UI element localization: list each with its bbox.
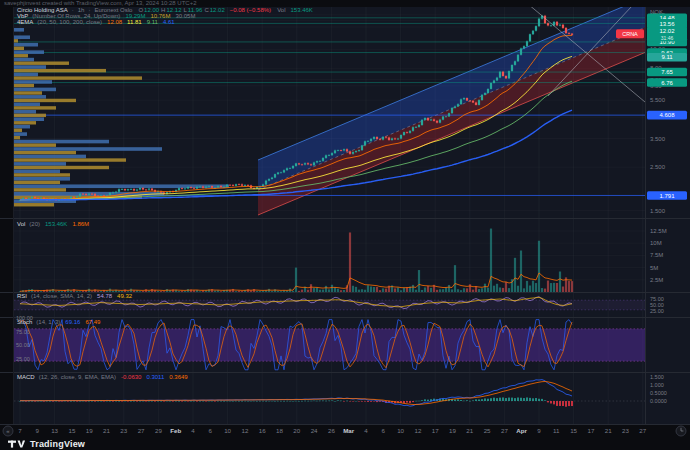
svg-text:19: 19 bbox=[86, 427, 93, 434]
svg-text:25: 25 bbox=[484, 427, 491, 434]
svg-text:25.00: 25.00 bbox=[16, 356, 30, 362]
svg-text:23: 23 bbox=[120, 427, 127, 434]
svg-text:2.5M: 2.5M bbox=[650, 277, 663, 283]
svg-text:0.5000: 0.5000 bbox=[650, 390, 667, 396]
svg-text:19: 19 bbox=[449, 427, 456, 434]
svg-text:17: 17 bbox=[432, 427, 439, 434]
svg-text:29: 29 bbox=[155, 427, 162, 434]
svg-text:27: 27 bbox=[501, 427, 508, 434]
svg-text:15: 15 bbox=[570, 427, 577, 434]
svg-text:24: 24 bbox=[311, 427, 318, 434]
svg-text:1.500: 1.500 bbox=[650, 374, 664, 380]
timezone-clock-button[interactable] bbox=[676, 426, 686, 436]
svg-text:7.5M: 7.5M bbox=[650, 252, 663, 258]
svg-text:Feb: Feb bbox=[170, 427, 181, 434]
svg-text:7.65: 7.65 bbox=[661, 69, 673, 75]
svg-text:50.00: 50.00 bbox=[16, 342, 30, 348]
svg-text:13: 13 bbox=[51, 427, 58, 434]
tradingview-snapshot: NOK15.0014.0013.0011.0010.008.007.006.50… bbox=[0, 0, 690, 450]
svg-text:23: 23 bbox=[622, 427, 629, 434]
svg-text:9: 9 bbox=[36, 427, 40, 434]
svg-text:0.0000: 0.0000 bbox=[650, 398, 667, 404]
svg-text:3.500: 3.500 bbox=[650, 136, 666, 142]
svg-text:20: 20 bbox=[293, 427, 300, 434]
svg-text:27: 27 bbox=[639, 427, 646, 434]
svg-text:21: 21 bbox=[466, 427, 473, 434]
svg-text:12: 12 bbox=[414, 427, 421, 434]
svg-text:9.11: 9.11 bbox=[661, 54, 673, 60]
svg-text:5M: 5M bbox=[650, 265, 658, 271]
svg-text:12.5M: 12.5M bbox=[650, 228, 667, 234]
svg-text:18: 18 bbox=[276, 427, 283, 434]
svg-text:6: 6 bbox=[382, 427, 386, 434]
svg-text:10: 10 bbox=[397, 427, 404, 434]
tradingview-logo-icon bbox=[8, 438, 26, 450]
svg-text:Apr: Apr bbox=[516, 427, 527, 434]
svg-text:1.500: 1.500 bbox=[650, 208, 666, 214]
svg-text:16: 16 bbox=[259, 427, 266, 434]
svg-text:26: 26 bbox=[328, 427, 335, 434]
svg-text:11: 11 bbox=[553, 427, 560, 434]
svg-text:1.000: 1.000 bbox=[650, 382, 664, 388]
svg-text:4.608: 4.608 bbox=[659, 112, 675, 118]
svg-text:7: 7 bbox=[18, 427, 22, 434]
svg-text:21: 21 bbox=[605, 427, 612, 434]
svg-text:100.00: 100.00 bbox=[16, 315, 33, 321]
svg-text:6: 6 bbox=[209, 427, 213, 434]
chart-canvas[interactable]: NOK15.0014.0013.0011.0010.008.007.006.50… bbox=[0, 0, 690, 450]
svg-text:17: 17 bbox=[587, 427, 594, 434]
tradingview-logo[interactable]: TradingView bbox=[8, 438, 85, 450]
jump-left-button[interactable]: « bbox=[3, 426, 13, 436]
svg-text:Mar: Mar bbox=[343, 427, 355, 434]
svg-text:21: 21 bbox=[103, 427, 110, 434]
svg-text:10M: 10M bbox=[650, 240, 662, 246]
svg-text:15: 15 bbox=[68, 427, 75, 434]
svg-text:1.791: 1.791 bbox=[659, 193, 675, 199]
svg-text:75.00: 75.00 bbox=[16, 329, 30, 335]
svg-text:4: 4 bbox=[364, 427, 368, 434]
svg-text:10: 10 bbox=[224, 427, 231, 434]
svg-text:12: 12 bbox=[241, 427, 248, 434]
svg-text:27: 27 bbox=[138, 427, 145, 434]
svg-text:5.500: 5.500 bbox=[650, 97, 666, 103]
svg-text:9: 9 bbox=[537, 427, 541, 434]
svg-text:4: 4 bbox=[191, 427, 195, 434]
svg-text:25.00: 25.00 bbox=[650, 308, 664, 314]
svg-text:13.56: 13.56 bbox=[659, 21, 675, 27]
svg-text:CRNA: CRNA bbox=[622, 31, 638, 37]
svg-text:2.500: 2.500 bbox=[650, 164, 666, 170]
svg-text:12.02: 12.02 bbox=[659, 28, 675, 34]
svg-text:31:46: 31:46 bbox=[661, 35, 674, 41]
svg-text:6.76: 6.76 bbox=[661, 80, 673, 86]
tradingview-logo-text: TradingView bbox=[30, 439, 85, 449]
